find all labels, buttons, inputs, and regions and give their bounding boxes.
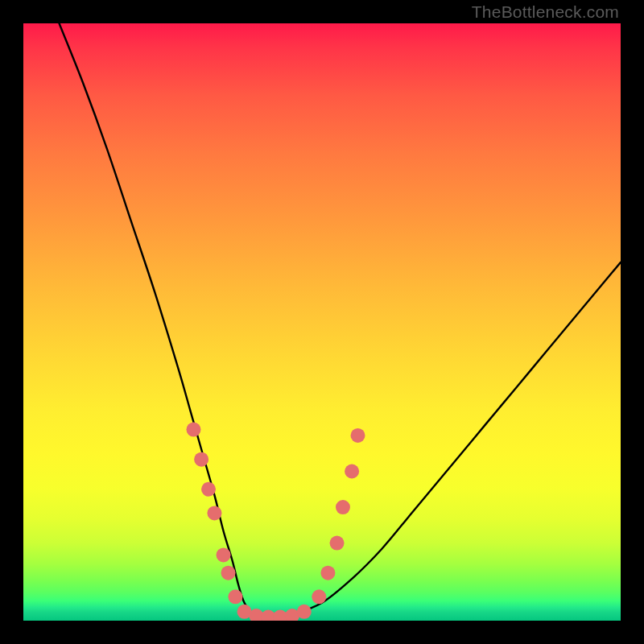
data-marker	[312, 589, 326, 604]
data-marker	[228, 589, 242, 604]
data-marker	[336, 500, 350, 514]
data-marker	[297, 605, 312, 619]
chart-svg	[23, 23, 621, 621]
data-marker	[351, 428, 365, 443]
bottleneck-curve	[60, 23, 621, 618]
outer-frame: TheBottleneck.com	[0, 0, 644, 644]
watermark-text: TheBottleneck.com	[472, 2, 619, 22]
data-marker	[221, 566, 236, 580]
data-marker	[217, 547, 231, 562]
data-marker	[330, 536, 345, 551]
data-marker	[320, 566, 335, 580]
data-marker	[194, 452, 208, 467]
data-marker	[186, 423, 200, 437]
plot-area	[23, 23, 621, 621]
data-marker	[201, 482, 216, 497]
data-marker	[207, 506, 221, 520]
data-marker	[345, 464, 359, 479]
